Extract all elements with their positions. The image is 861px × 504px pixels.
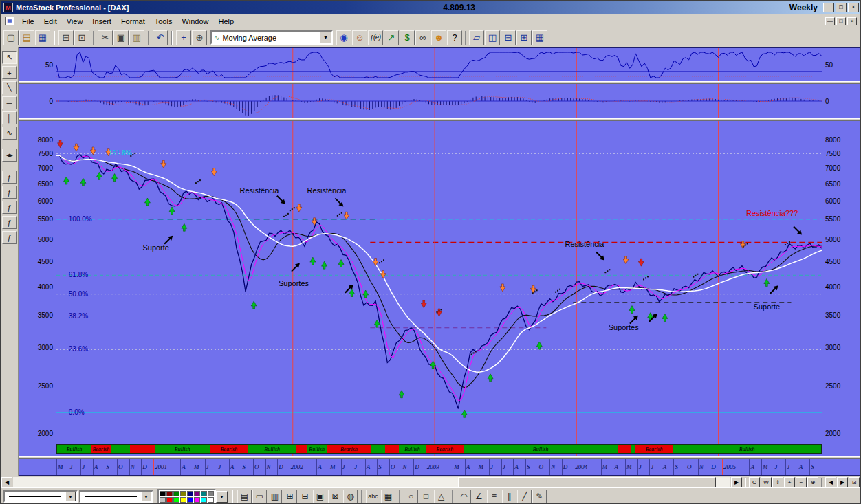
tirone-levels-tool-button[interactable]: ∥ <box>502 490 516 503</box>
line-style-combo[interactable]: ▼ <box>3 490 78 503</box>
main-plot[interactable]: BullishBearishBullishBearishBullishBulli… <box>56 121 822 456</box>
compare-securities-button[interactable]: ▣ <box>313 490 327 503</box>
osc-plot[interactable] <box>56 48 822 81</box>
save-button[interactable]: ▦ <box>35 30 50 45</box>
copy-button[interactable]: ▣ <box>113 30 129 45</box>
palette-color-15[interactable] <box>208 497 214 503</box>
palette-color-1[interactable] <box>166 491 173 496</box>
palette-color-0[interactable] <box>160 491 166 496</box>
palette-color-14[interactable] <box>201 497 207 503</box>
indicator-dropdown-button[interactable]: ▼ <box>320 32 331 43</box>
pointer-mode-button[interactable]: + <box>176 30 191 45</box>
child-restore-button[interactable]: □ <box>836 17 846 25</box>
palette-color-2[interactable] <box>173 491 179 496</box>
explorer-button[interactable]: ☺ <box>352 30 367 45</box>
palette-color-11[interactable] <box>180 497 186 503</box>
print-preview-button[interactable]: ⊡ <box>74 30 89 45</box>
panel-split-control[interactable]: ◀▶ <box>2 149 17 162</box>
fit-vertical-button[interactable]: ⇕ <box>772 477 783 487</box>
palette-color-12[interactable] <box>187 497 193 503</box>
go-end-button[interactable]: ⊡ <box>849 477 860 487</box>
close-button[interactable]: × <box>848 3 859 12</box>
context-help-button[interactable]: ? <box>447 30 462 45</box>
palette-color-10[interactable] <box>173 497 179 503</box>
page-left-button[interactable]: ◀ <box>825 477 836 487</box>
child-close-button[interactable]: × <box>847 17 857 25</box>
speed-lines-tool-button[interactable]: ≡ <box>487 490 501 503</box>
pointer-tool[interactable]: ↖ <box>2 51 17 64</box>
pencil-tool-button[interactable]: ✎ <box>532 490 547 503</box>
open-chart-button[interactable]: ▤ <box>19 30 34 45</box>
palette-dropdown-button[interactable]: ▼ <box>216 491 228 503</box>
refresh-data-button[interactable]: ⊠ <box>328 490 342 503</box>
zoom-out-button[interactable]: − <box>796 477 807 487</box>
arc-tool-button[interactable]: ◠ <box>457 490 471 503</box>
rectangle-tool-button[interactable]: □ <box>419 490 433 503</box>
point-figure-style-button[interactable]: ⊞ <box>283 490 297 503</box>
title-bar[interactable]: M MetaStock Professional - [DAX] 4.809.1… <box>1 1 860 14</box>
data-window-button[interactable]: ▦ <box>381 490 395 503</box>
scrollbar-track[interactable] <box>13 477 730 487</box>
menu-format[interactable]: Format <box>116 16 150 27</box>
palette-color-4[interactable] <box>187 491 193 496</box>
tile-vertical-button[interactable]: ◫ <box>485 30 500 45</box>
vertical-line-tool[interactable]: │ <box>2 111 17 124</box>
layout-template-button[interactable]: ⊟ <box>298 490 312 503</box>
page-right-button[interactable]: ▶ <box>837 477 848 487</box>
trendline-tool[interactable]: ╲ <box>2 81 17 94</box>
restore-button[interactable]: □ <box>836 3 847 12</box>
line-weight-dropdown-button[interactable]: ▼ <box>141 492 151 501</box>
ellipse-tool-button[interactable]: ○ <box>404 490 418 503</box>
angle-tool-button[interactable]: ∠ <box>472 490 486 503</box>
menu-file[interactable]: File <box>17 16 39 27</box>
cascade-windows-button[interactable]: ▱ <box>469 30 484 45</box>
new-chart-button[interactable]: ▢ <box>3 30 19 45</box>
print-button[interactable]: ⊟ <box>58 30 74 45</box>
palette-color-3[interactable] <box>180 491 186 496</box>
palette-color-6[interactable] <box>201 491 207 496</box>
minimize-button[interactable]: _ <box>823 3 834 12</box>
candle-chart-style-button[interactable]: ▥ <box>268 490 282 503</box>
fibonacci-study-tool-5[interactable]: ƒ <box>2 231 17 244</box>
menu-insert[interactable]: Insert <box>87 16 116 27</box>
collaboration-button[interactable]: ☻ <box>431 30 446 45</box>
indicator-selector[interactable]: ∿ Moving Average ▼ <box>210 30 333 45</box>
zoom-width-button[interactable]: W <box>761 477 772 487</box>
menu-help[interactable]: Help <box>214 16 239 27</box>
fibonacci-study-tool-2[interactable]: ƒ <box>2 186 17 199</box>
palette-color-13[interactable] <box>194 497 200 503</box>
palette-color-8[interactable] <box>160 497 166 503</box>
crosshair-tool[interactable]: + <box>2 66 17 79</box>
zoom-button[interactable]: ⊕ <box>192 30 207 45</box>
child-minimize-button[interactable]: — <box>825 17 835 25</box>
bar-chart-style-button[interactable]: ▤ <box>237 490 252 503</box>
arrange-icons-button[interactable]: ▦ <box>532 30 547 45</box>
web-publish-button[interactable]: ◍ <box>343 490 358 503</box>
line-weight-combo[interactable]: ▼ <box>79 490 153 503</box>
quotecenter-button[interactable]: ◉ <box>336 30 351 45</box>
scroll-left-button[interactable]: ◀ <box>1 477 12 487</box>
palette-color-5[interactable] <box>194 491 200 496</box>
indicator-builder-button[interactable]: ƒ(e) <box>368 30 383 45</box>
hist-plot[interactable] <box>56 84 822 118</box>
scroll-right-button[interactable]: ▶ <box>731 477 742 487</box>
undo-button[interactable]: ↶ <box>153 30 168 45</box>
cut-button[interactable]: ✂ <box>98 30 113 45</box>
palette-color-7[interactable] <box>208 491 214 496</box>
system-tester-button[interactable]: ↗ <box>384 30 399 45</box>
triangle-tool-button[interactable]: △ <box>434 490 448 503</box>
zoom-normal-button[interactable]: + <box>784 477 795 487</box>
menu-window[interactable]: Window <box>177 16 213 27</box>
line-style-dropdown-button[interactable]: ▼ <box>65 492 76 501</box>
paste-button[interactable]: ▥ <box>129 30 144 45</box>
fibonacci-study-tool-4[interactable]: ƒ <box>2 216 17 229</box>
fibonacci-study-tool-3[interactable]: ƒ <box>2 201 17 214</box>
expert-advisor-button[interactable]: $ <box>400 30 415 45</box>
horizontal-line-tool[interactable]: ─ <box>2 96 17 109</box>
menu-view[interactable]: View <box>62 16 88 27</box>
text-tool-button[interactable]: abc <box>366 490 380 503</box>
tile-horizontal-button[interactable]: ⊟ <box>501 30 516 45</box>
scale-toggle-button[interactable]: C <box>749 477 760 487</box>
regression-tool-button[interactable]: ╱ <box>517 490 532 503</box>
search-button[interactable]: ∞ <box>415 30 430 45</box>
